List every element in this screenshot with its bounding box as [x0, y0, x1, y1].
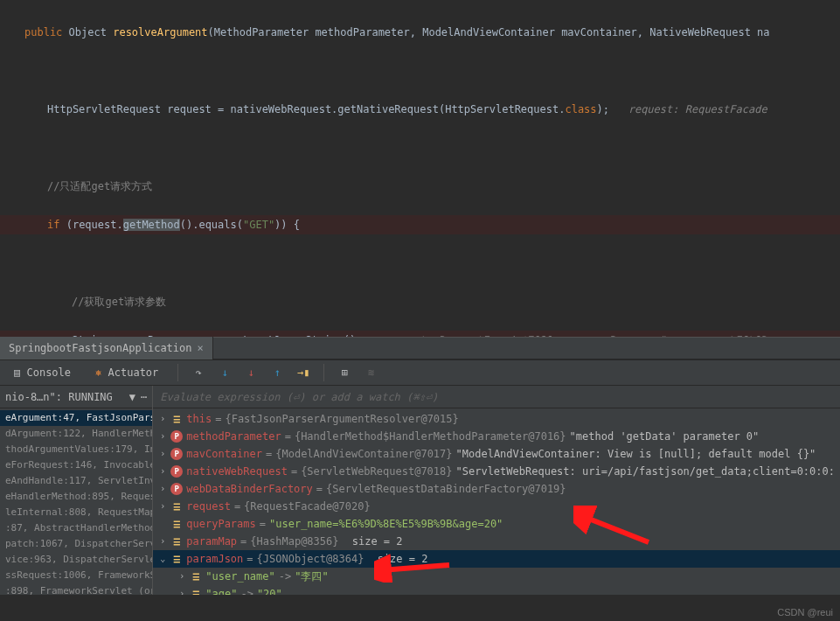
run-configuration-tabs: SpringbootFastjsonApplication × — [0, 337, 840, 359]
var-param-json-user-name[interactable]: ›≡ "user_name" -> "李四" — [153, 568, 840, 585]
object-icon: ≡ — [170, 515, 183, 533]
object-icon: ≡ — [170, 533, 183, 550]
step-out-icon[interactable]: ↑ — [267, 363, 287, 382]
stack-frame[interactable]: eArgument:47, FastJsonParse — [0, 410, 152, 426]
param-icon: P — [170, 448, 183, 460]
stack-frame[interactable]: eAndHandle:117, ServletInvo — [0, 473, 152, 489]
code-editor[interactable]: public Object resolveArgument(MethodPara… — [0, 0, 840, 337]
object-icon: ≡ — [170, 410, 183, 428]
stack-frame[interactable]: patch:1067, DispatcherServle — [0, 536, 152, 552]
frames-header: nio-8…n": RUNNING ▼ ⋯ — [0, 386, 152, 408]
var-web-data-binder-factory[interactable]: ›P webDataBinderFactory = {ServletReques… — [153, 480, 840, 498]
code-line — [0, 254, 840, 273]
evaluate-icon[interactable]: ⊞ — [335, 363, 354, 382]
var-native-web-request[interactable]: ›P nativeWebRequest = {ServletWebRequest… — [153, 463, 840, 480]
trace-icon[interactable]: ≋ — [361, 363, 380, 382]
terminal-icon: ▤ — [14, 366, 20, 379]
actuator-tab[interactable]: ⎈ Actuator — [87, 364, 167, 381]
frames-list[interactable]: eArgument:47, FastJsonParse dArgument:12… — [0, 408, 152, 595]
code-comment: //获取get请求参数 — [0, 292, 840, 311]
variables-tree[interactable]: ›≡ this = {FastJsonParserArgumentResolve… — [153, 408, 840, 595]
var-request[interactable]: ›≡ request = {RequestFacade@7020} — [153, 498, 840, 515]
param-icon: P — [170, 465, 183, 478]
force-step-into-icon[interactable]: ↓ — [241, 363, 260, 382]
frames-panel: nio-8…n": RUNNING ▼ ⋯ eArgument:47, Fast… — [0, 386, 153, 595]
run-tab[interactable]: SpringbootFastjsonApplication × — [0, 337, 213, 359]
object-icon: ≡ — [190, 568, 202, 585]
code-line: HttpServletRequest request = nativeWebRe… — [0, 100, 840, 119]
stack-frame[interactable]: ssRequest:1006, FrameworkS — [0, 568, 152, 583]
settings-icon[interactable]: ⋯ — [141, 391, 147, 403]
filter-icon[interactable]: ▼ — [129, 391, 135, 403]
code-line — [0, 138, 840, 157]
code-line: if (request.getMethod().equals("GET")) { — [0, 215, 840, 234]
stack-frame[interactable]: eForRequest:146, InvocableH — [0, 457, 152, 473]
stack-frame[interactable]: :87, AbstractHandlerMethod — [0, 520, 152, 536]
actuator-icon: ⎈ — [95, 366, 101, 379]
object-icon: ≡ — [170, 498, 183, 515]
stack-frame[interactable]: eHandlerMethod:895, Reques — [0, 489, 152, 505]
stack-frame[interactable]: vice:963, DispatcherServlet { — [0, 552, 152, 568]
console-tab[interactable]: ▤ Console — [5, 364, 80, 381]
code-comment: //只适配get请求方式 — [0, 177, 840, 196]
param-icon: P — [170, 430, 183, 443]
var-this[interactable]: ›≡ this = {FastJsonParserArgumentResolve… — [153, 410, 840, 428]
stack-frame[interactable]: :898, FrameworkServlet (org. — [0, 583, 152, 595]
code-line: public Object resolveArgument(MethodPara… — [0, 23, 840, 42]
debug-toolbar: ▤ Console ⎈ Actuator ↷ ↓ ↓ ↑ →▮ ⊞ ≋ — [0, 360, 840, 386]
evaluate-input[interactable]: Evaluate expression (⏎) or add a watch (… — [153, 386, 840, 408]
var-query-params[interactable]: ≡ queryParams = "user_name=%E6%9D%8E%E5%… — [153, 515, 840, 533]
run-to-cursor-icon[interactable]: →▮ — [294, 363, 313, 382]
debug-tool-window: ▤ Console ⎈ Actuator ↷ ↓ ↓ ↑ →▮ ⊞ ≋ nio-… — [0, 359, 840, 595]
code-line: String queryParams = request.getQueryStr… — [0, 331, 840, 337]
var-param-map[interactable]: ›≡ paramMap = {HashMap@8356} size = 2 — [153, 533, 840, 550]
thread-name: nio-8…n": RUNNING — [5, 391, 113, 403]
stack-frame[interactable]: thodArgumentValues:179, Inv — [0, 442, 152, 457]
variables-panel: Evaluate expression (⏎) or add a watch (… — [153, 386, 840, 595]
watermark: CSDN @reui — [777, 607, 833, 618]
step-over-icon[interactable]: ↷ — [189, 363, 208, 382]
stack-frame[interactable]: dArgument:122, HandlerMeth — [0, 426, 152, 442]
code-line — [0, 61, 840, 80]
var-mav-container[interactable]: ›P mavContainer = {ModelAndViewContainer… — [153, 445, 840, 463]
object-icon: ≡ — [190, 585, 202, 595]
close-icon[interactable]: × — [198, 337, 204, 359]
var-param-json-age[interactable]: ›≡ "age" -> "20" — [153, 585, 840, 595]
param-icon: P — [170, 483, 183, 495]
var-param-json[interactable]: ⌄≡ paramJson = {JSONObject@8364} size = … — [153, 550, 840, 568]
step-into-icon[interactable]: ↓ — [215, 363, 234, 382]
var-method-parameter[interactable]: ›P methodParameter = {HandlerMethod$Hand… — [153, 428, 840, 445]
stack-frame[interactable]: leInternal:808, RequestMappi — [0, 505, 152, 520]
object-icon: ≡ — [170, 550, 183, 568]
run-tab-label: SpringbootFastjsonApplication — [9, 337, 192, 359]
